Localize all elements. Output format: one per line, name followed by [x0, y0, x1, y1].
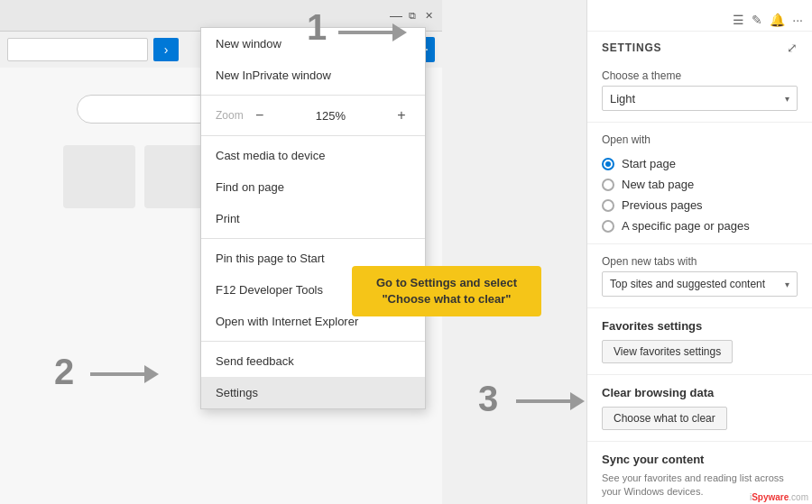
radio-previous-indicator — [602, 199, 614, 212]
favorites-section-title: Favorites settings — [587, 312, 812, 336]
radio-specific-indicator — [602, 220, 614, 233]
annotation-number-1: 1 — [307, 7, 327, 48]
settings-title: SETTINGS — [602, 41, 661, 54]
arrow-2 — [90, 365, 159, 383]
settings-divider-1 — [587, 122, 812, 123]
radio-new-tab-label: New tab page — [622, 178, 694, 191]
settings-header: SETTINGS ⤢ — [587, 32, 812, 62]
menu-settings[interactable]: Settings — [201, 377, 425, 408]
arrow-3 — [516, 392, 585, 410]
clear-data-button[interactable]: Choose what to clear — [602, 407, 727, 430]
menu-separator-2 — [201, 135, 425, 136]
menu-new-inprivate[interactable]: New InPrivate window — [201, 60, 425, 91]
menu-panel: New window New InPrivate window Zoom − 1… — [200, 27, 426, 409]
menu-separator-1 — [201, 95, 425, 96]
radio-start-page[interactable]: Start page — [602, 153, 798, 174]
watermark: iSpyware.com — [750, 492, 808, 502]
menu-separator-4 — [201, 341, 425, 342]
settings-divider-3 — [587, 307, 812, 308]
menu-separator-3 — [201, 238, 425, 239]
newtab-tile-1[interactable] — [63, 145, 135, 208]
theme-label: Choose a theme — [587, 62, 812, 86]
arrow-1 — [338, 23, 407, 41]
callout-text: Go to Settings and select"Choose what to… — [376, 276, 517, 306]
callout-box: Go to Settings and select"Choose what to… — [352, 266, 541, 316]
radio-start-page-indicator — [602, 158, 614, 170]
settings-toolbar-icon-1[interactable]: ☰ — [733, 13, 744, 27]
zoom-minus-button[interactable]: − — [251, 106, 269, 124]
menu-cast-media[interactable]: Cast media to device — [201, 140, 425, 171]
radio-previous-pages[interactable]: Previous pages — [602, 195, 798, 215]
settings-divider-4 — [587, 374, 812, 375]
radio-new-tab-page[interactable]: New tab page — [602, 174, 798, 195]
menu-send-feedback[interactable]: Send feedback — [201, 345, 425, 377]
theme-value: Light — [610, 92, 635, 105]
settings-toolbar-icon-3[interactable]: 🔔 — [770, 13, 785, 27]
zoom-row: Zoom − 125% + — [201, 99, 425, 132]
theme-dropdown-arrow: ▾ — [785, 94, 789, 104]
menu-find-on-page[interactable]: Find on page — [201, 171, 425, 203]
settings-toolbar-icon-4[interactable]: ··· — [792, 13, 803, 27]
zoom-value: 125% — [276, 109, 385, 123]
close-button[interactable]: ✕ — [422, 9, 435, 22]
radio-start-page-label: Start page — [622, 157, 676, 170]
menu-print[interactable]: Print — [201, 203, 425, 234]
clear-section-title: Clear browsing data — [587, 379, 812, 403]
zoom-plus-button[interactable]: + — [392, 106, 411, 124]
go-button[interactable]: › — [153, 38, 179, 61]
new-tabs-dropdown-arrow: ▾ — [785, 279, 789, 289]
radio-specific-label: A specific page or pages — [622, 219, 750, 233]
new-tabs-value: Top sites and suggested content — [610, 278, 765, 290]
open-with-radio-group: Start page New tab page Previous pages A… — [587, 150, 812, 240]
settings-divider-2 — [587, 243, 812, 244]
settings-divider-5 — [587, 441, 812, 442]
new-tabs-label: Open new tabs with — [587, 248, 812, 271]
zoom-label: Zoom — [216, 109, 244, 122]
address-bar[interactable] — [7, 38, 148, 61]
settings-panel: ☰ ✎ 🔔 ··· SETTINGS ⤢ Choose a theme Ligh… — [586, 0, 812, 504]
theme-dropdown[interactable]: Light ▾ — [602, 86, 798, 111]
settings-expand-icon[interactable]: ⤢ — [787, 41, 798, 55]
annotation-number-2: 2 — [54, 352, 74, 392]
annotation-number-3: 3 — [478, 379, 498, 419]
settings-toolbar-icon-2[interactable]: ✎ — [752, 13, 762, 27]
open-with-label: Open with — [587, 126, 812, 150]
new-tabs-dropdown[interactable]: Top sites and suggested content ▾ — [602, 271, 798, 297]
radio-new-tab-indicator — [602, 179, 614, 191]
restore-button[interactable]: ⧉ — [406, 9, 419, 22]
radio-previous-label: Previous pages — [622, 198, 703, 212]
minimize-button[interactable]: — — [390, 9, 402, 22]
radio-specific-page[interactable]: A specific page or pages — [602, 215, 798, 236]
view-favorites-button[interactable]: View favorites settings — [602, 340, 733, 363]
sync-section-title: Sync your content — [587, 445, 812, 470]
